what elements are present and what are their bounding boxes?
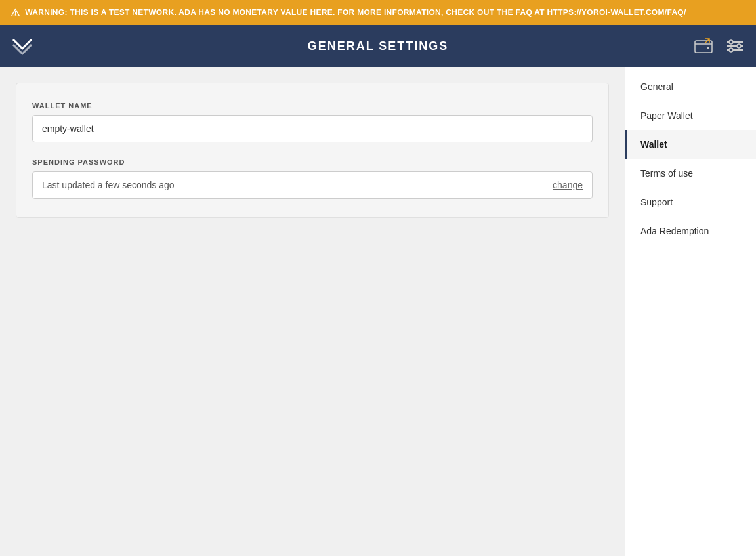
svg-point-7 [729,48,733,52]
settings-card: WALLET NAME SPENDING PASSWORD Last updat… [16,83,609,218]
warning-banner: ⚠ WARNING: THIS IS A TEST NETWORK. ADA H… [0,0,756,25]
svg-point-6 [737,44,741,48]
wallet-name-label: WALLET NAME [32,102,593,110]
logo [10,33,34,60]
settings-sidebar: General Paper Wallet Wallet Terms of use… [625,67,756,556]
change-password-button[interactable]: change [553,180,583,190]
spending-password-field: Last updated a few seconds ago change [32,171,593,199]
sidebar-item-terms-of-use[interactable]: Terms of use [625,159,756,188]
svg-point-5 [729,40,733,44]
sidebar-item-paper-wallet[interactable]: Paper Wallet [625,101,756,130]
sidebar-item-wallet[interactable]: Wallet [625,130,756,159]
sidebar-item-general[interactable]: General [625,72,756,101]
page-title: GENERAL SETTINGS [308,39,449,53]
warning-link[interactable]: HTTPS://YOROI-WALLET.COM/FAQ/ [547,8,686,17]
spending-password-group: SPENDING PASSWORD Last updated a few sec… [32,158,593,199]
sidebar-item-support[interactable]: Support [625,188,756,217]
svg-point-1 [707,47,709,49]
wallet-nav-button[interactable] [693,35,714,56]
topnav-actions [693,35,746,56]
main-layout: WALLET NAME SPENDING PASSWORD Last updat… [0,67,756,556]
wallet-name-group: WALLET NAME [32,102,593,142]
filter-settings-button[interactable] [724,35,746,56]
logo-icon [10,33,34,60]
warning-icon: ⚠ [10,7,20,19]
spending-password-label: SPENDING PASSWORD [32,158,593,166]
warning-text: WARNING: THIS IS A TEST NETWORK. ADA HAS… [25,8,686,17]
main-content: WALLET NAME SPENDING PASSWORD Last updat… [0,67,625,556]
sidebar-item-ada-redemption[interactable]: Ada Redemption [625,217,756,246]
topnav: GENERAL SETTINGS [0,25,756,67]
spending-password-status: Last updated a few seconds ago [42,180,175,190]
wallet-name-input[interactable] [32,115,593,142]
